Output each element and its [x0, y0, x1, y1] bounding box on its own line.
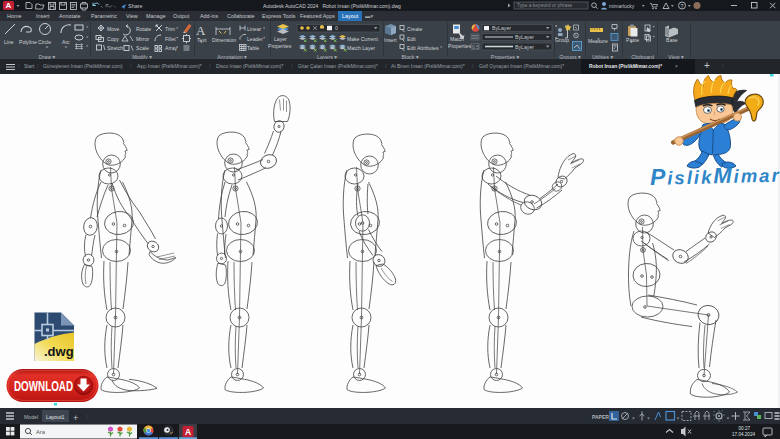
svg-text:A: A: [6, 1, 12, 10]
svg-text:17.04.2024: 17.04.2024: [732, 432, 755, 437]
svg-text:Autodesk AutoCAD 2024 Robot: Autodesk AutoCAD 2024 Robot Insan (Pisli…: [263, 3, 401, 9]
svg-text:A: A: [185, 427, 191, 437]
svg-text:Model: Model: [24, 414, 38, 420]
svg-text:.dwg: .dwg: [44, 344, 74, 359]
svg-text:DOWNLOAD: DOWNLOAD: [14, 378, 73, 394]
svg-text:Share: Share: [128, 3, 143, 9]
svg-text:mimarlucky: mimarlucky: [609, 3, 635, 9]
svg-text:A: A: [196, 23, 206, 38]
svg-text:0.5: 0.5: [472, 44, 479, 50]
svg-text:/: /: [86, 414, 88, 420]
svg-text:00:27: 00:27: [739, 426, 751, 431]
svg-text:Ara: Ara: [36, 429, 46, 435]
svg-text:ByLayer: ByLayer: [515, 34, 534, 40]
svg-text:Layout1: Layout1: [46, 414, 65, 420]
svg-text:PAPER: PAPER: [592, 414, 609, 420]
svg-text:ByLayer: ByLayer: [492, 25, 511, 31]
svg-text:PislikMimar: PislikMimar: [650, 161, 780, 190]
svg-text:Type a keyword or phrase: Type a keyword or phrase: [517, 3, 573, 8]
svg-text:0: 0: [335, 25, 338, 31]
svg-text:ByLayer: ByLayer: [515, 44, 534, 50]
svg-text:+: +: [73, 413, 78, 423]
